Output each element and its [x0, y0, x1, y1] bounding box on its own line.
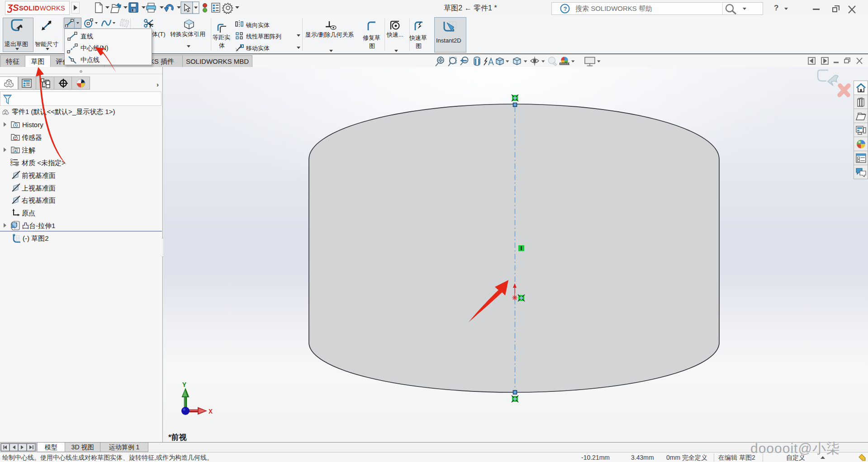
svg-text:X: X — [209, 408, 213, 416]
svg-text:Y: Y — [182, 381, 186, 389]
svg-text:*前视: *前视 — [168, 433, 187, 442]
svg-text:ƷS: ƷS — [7, 2, 19, 13]
svg-text:A: A — [14, 149, 17, 153]
svg-text:WORKS: WORKS — [40, 5, 65, 12]
svg-text:?: ? — [564, 5, 567, 12]
svg-text:SOLID: SOLID — [19, 5, 39, 12]
